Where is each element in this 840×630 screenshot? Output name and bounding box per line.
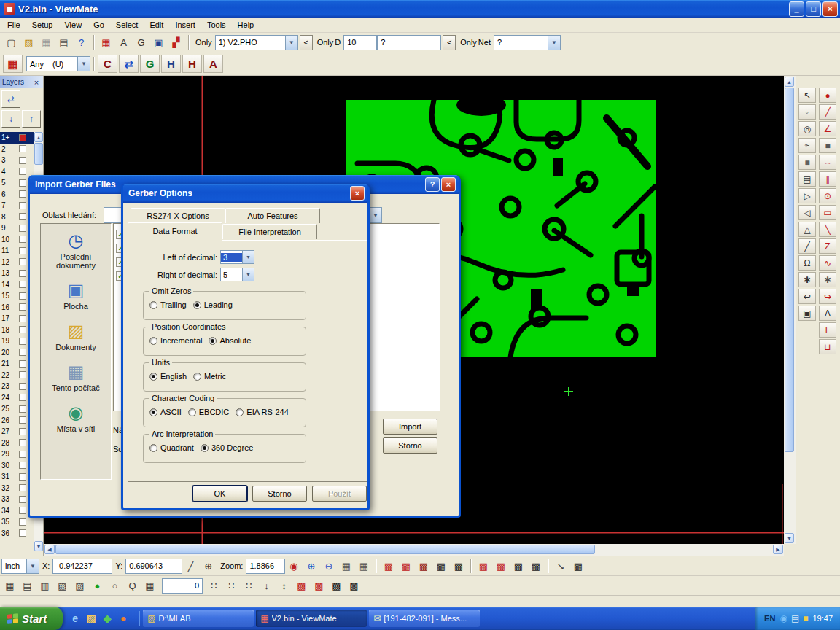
pattern-r2-icon[interactable]: ▩ (311, 578, 327, 594)
grid-lines-icon[interactable]: ▦ (355, 559, 372, 574)
layers-panel-header[interactable]: Layers × (0, 76, 43, 88)
radio-ebcdic[interactable]: EBCDIC (188, 408, 230, 416)
radio-incremental[interactable]: Incremental (149, 336, 202, 345)
cell-d-icon[interactable]: ▨ (71, 578, 88, 594)
layer-color-box[interactable] (19, 451, 26, 458)
layer-color-box[interactable] (19, 439, 26, 446)
layer-color-box[interactable] (19, 360, 26, 368)
probe-icon[interactable]: Q (124, 578, 141, 594)
menu-insert[interactable]: Insert (169, 18, 201, 31)
chevron-down-icon[interactable]: ▼ (242, 251, 254, 263)
aperture-list-icon[interactable]: A (115, 35, 132, 50)
measure-icon[interactable]: ╱ (182, 559, 199, 574)
context-help-icon[interactable]: ? (73, 35, 90, 50)
zoom-in-icon[interactable]: ⊕ (303, 559, 319, 574)
layer-color-box[interactable] (19, 462, 26, 469)
chevron-down-icon[interactable]: ▼ (548, 36, 560, 50)
layer-color-box[interactable] (19, 405, 26, 413)
layer-color-box[interactable] (19, 247, 26, 254)
hatch-h1-icon[interactable]: H (161, 55, 181, 73)
chevron-down-icon[interactable]: ▼ (369, 208, 381, 222)
start-button[interactable]: Start (0, 607, 63, 630)
chevron-down-icon[interactable]: ▼ (285, 36, 298, 50)
pattern-a3-icon[interactable]: ▩ (415, 559, 432, 574)
menu-view[interactable]: View (58, 18, 88, 31)
drop-arrow-icon[interactable]: ↓ (258, 578, 275, 594)
left-of-decimal-combo[interactable]: 3 ▼ (220, 250, 254, 264)
dialog-close-button[interactable]: × (441, 177, 456, 192)
chevron-down-icon[interactable]: ▼ (77, 57, 90, 71)
radio-360-degree[interactable]: 360 Degree (201, 443, 254, 452)
layer-row-4[interactable]: 4 (0, 166, 34, 178)
layer-color-box[interactable] (19, 270, 26, 277)
hook-icon[interactable]: ↩ (798, 289, 816, 304)
frame-icon[interactable]: ▣ (798, 306, 816, 321)
new-file-icon[interactable]: ▢ (3, 35, 20, 50)
cancel-button[interactable]: Storno (383, 438, 438, 454)
draw-wave-icon[interactable]: ∿ (819, 255, 836, 271)
origin-icon[interactable]: ⊕ (200, 559, 217, 574)
group-tool-icon[interactable]: G (140, 55, 160, 73)
dialog-close-button[interactable]: × (350, 186, 365, 201)
menu-tools[interactable]: Tools (201, 18, 232, 31)
star-icon[interactable]: ✱ (798, 272, 816, 287)
layer-color-box[interactable] (19, 473, 26, 481)
pattern-b3-icon[interactable]: ▩ (510, 559, 526, 574)
layer-color-box[interactable] (19, 202, 26, 209)
units-combo[interactable]: inch ▼ (1, 559, 39, 574)
layer-color-box[interactable] (19, 190, 26, 198)
layer-color-box[interactable] (19, 292, 26, 300)
layer-color-box[interactable] (19, 496, 26, 503)
chevron-down-icon[interactable]: ▼ (26, 559, 39, 573)
text-tool-icon[interactable]: A (203, 55, 223, 73)
draw-parallel-icon[interactable]: ∥ (819, 171, 836, 187)
open-folder-icon[interactable]: ▨ (20, 35, 37, 50)
hatch-icon[interactable]: ≈ (798, 138, 816, 153)
menu-file[interactable]: File (1, 18, 26, 31)
tab-file-interpretation[interactable]: File Interpretation (222, 224, 317, 239)
layer-color-box[interactable] (19, 258, 26, 265)
layer-color-box[interactable] (19, 179, 26, 187)
cell-c-icon[interactable]: ▧ (54, 578, 71, 594)
layer-color-box[interactable] (19, 338, 26, 345)
layer-row-2[interactable]: 2 (0, 144, 34, 155)
tray-messenger-icon[interactable]: ◉ (779, 613, 787, 623)
dot-grid-b-icon[interactable]: ∷ (223, 578, 240, 594)
close-button[interactable]: × (822, 1, 838, 17)
layer-up-button[interactable]: ↑ (22, 110, 41, 128)
place-tento-po-ta[interactable]: ▦Tento počítač (41, 362, 111, 392)
layer-color-box[interactable] (19, 484, 26, 491)
scroll-left-icon[interactable]: ◀ (44, 545, 55, 554)
dcode-filter-field[interactable]: ? (377, 35, 441, 50)
zoom-window-icon[interactable]: ◉ (285, 559, 302, 574)
scrollbar-thumb[interactable] (785, 88, 794, 452)
layer-color-box[interactable] (19, 145, 26, 152)
pattern-b1-icon[interactable]: ▩ (475, 559, 491, 574)
task-message[interactable]: ✉[191-482-091] - Mess... (369, 610, 480, 627)
print-icon[interactable]: ▤ (55, 35, 72, 50)
chevron-down-icon[interactable]: ▼ (242, 268, 254, 281)
prev-layer-button[interactable]: < (300, 35, 313, 50)
pad-round-icon[interactable]: ◎ (798, 121, 816, 136)
filled-square-icon[interactable]: ■ (798, 155, 816, 170)
radio-metric[interactable]: Metric (193, 372, 226, 381)
cell-a-icon[interactable]: ▤ (19, 578, 36, 594)
tab-rs274-x-options[interactable]: RS274-X Options (131, 208, 225, 223)
dcode-display-field[interactable]: 0 (162, 578, 203, 594)
layer-color-box[interactable] (19, 507, 26, 514)
place-plocha[interactable]: ▣Plocha (41, 281, 111, 311)
select-grid-icon[interactable]: ▦ (98, 35, 114, 50)
radio-eia-rs-244[interactable]: EIA RS-244 (236, 408, 288, 416)
draw-dot-icon[interactable]: ● (819, 88, 836, 103)
pattern-a1-icon[interactable]: ▩ (380, 559, 397, 574)
lamp-icon[interactable]: ○ (106, 578, 123, 594)
pan-corner-icon[interactable]: ↘ (552, 559, 569, 574)
pattern-r3-icon[interactable]: ▩ (328, 578, 345, 594)
dcode-list-icon[interactable]: G (133, 35, 149, 50)
draw-polyline-icon[interactable]: Z (819, 238, 836, 254)
prev-dcode-button[interactable]: < (443, 35, 456, 50)
radio-quadrant[interactable]: Quadrant (149, 443, 194, 452)
any-filter-combo[interactable]: Any (U) ▼ (26, 56, 90, 71)
pattern-c2-icon[interactable]: ▩ (569, 559, 586, 574)
report-icon[interactable]: ▞ (168, 35, 184, 50)
